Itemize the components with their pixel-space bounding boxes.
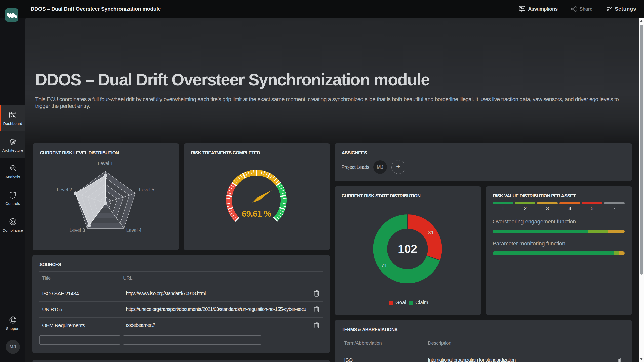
svg-text:Level 1: Level 1 <box>98 161 113 166</box>
svg-text:Level 2: Level 2 <box>57 187 72 192</box>
svg-text:Goal: Goal <box>395 300 406 305</box>
svg-text:69.61 %: 69.61 % <box>242 209 271 218</box>
svg-text:31: 31 <box>428 229 434 236</box>
svg-text:Level 4: Level 4 <box>126 227 142 233</box>
svg-text:Level 5: Level 5 <box>139 187 154 192</box>
svg-text:71: 71 <box>381 262 387 269</box>
svg-text:Level 3: Level 3 <box>70 227 85 233</box>
svg-text:102: 102 <box>398 242 417 255</box>
svg-text:Claim: Claim <box>415 300 428 305</box>
